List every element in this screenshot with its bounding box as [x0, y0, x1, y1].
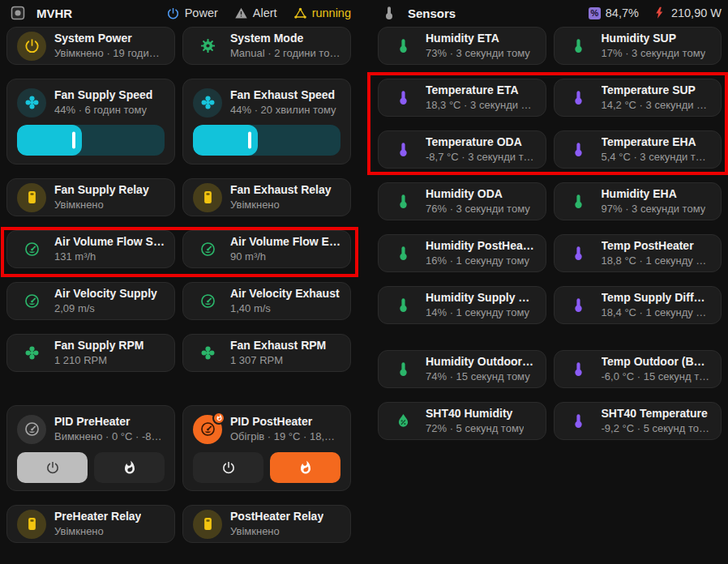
card-state: 90 m³/h: [230, 250, 340, 264]
preheater-heat-button[interactable]: [94, 452, 165, 483]
card-temp-outdoor-back[interactable]: Temp Outdoor (Back)-6,0 °C · 15 секунд т…: [554, 350, 722, 388]
card-temperature-oda[interactable]: Temperature ODA-8,7 °C · 3 секунди тому: [378, 130, 546, 169]
card-temperature-eta[interactable]: Temperature ETA18,3 °C · 3 секунди тому: [378, 79, 546, 117]
relay-icon: [193, 183, 222, 212]
card-row: PreHeater RelayУвімкненоPostHeater Relay…: [6, 505, 351, 543]
card-humidity-postheater[interactable]: Humidity PostHeater16% · 1 секунду тому: [378, 234, 546, 272]
card-state: 18,4 °C · 1 секунду тому: [602, 306, 712, 320]
card-temp-supply-diffuser[interactable]: Temp Supply Diffuser18,4 °C · 1 секунду …: [554, 286, 722, 324]
water-percent-icon: [388, 407, 418, 436]
card-row: Fan Supply RPM1 210 RPMFan Exhaust RPM1 …: [6, 334, 351, 372]
slider-handle[interactable]: [72, 132, 75, 149]
card-row: SHT40 Humidity72% · 5 секунд томуSHT40 T…: [378, 402, 722, 440]
card-humidity-oda[interactable]: Humidity ODA76% · 3 секунди тому: [378, 182, 546, 220]
card-fan-supply-rpm[interactable]: Fan Supply RPM1 210 RPM: [6, 334, 175, 372]
card-row: Humidity Supply Diff…14% · 1 секунду том…: [378, 286, 722, 324]
header-chip-alert[interactable]: Alert: [234, 6, 277, 20]
card-air-velocity-supply[interactable]: Air Velocity Supply2,09 m/s: [6, 282, 175, 320]
card-row: Temperature ETA18,3 °C · 3 секунди томуT…: [378, 79, 722, 117]
card-humidity-outdoor-back[interactable]: Humidity Outdoor (B…74% · 15 секунд тому: [378, 350, 546, 388]
card-title: Fan Supply RPM: [54, 338, 143, 353]
thermometer-icon: [564, 407, 593, 436]
card-sht40-temperature[interactable]: SHT40 Temperature-9,2 °C · 5 секунд тому: [554, 402, 722, 440]
fan-speed-slider[interactable]: [17, 125, 165, 156]
card-state: 1 307 RPM: [230, 353, 326, 368]
card-row: Humidity Outdoor (B…74% · 15 секунд тому…: [378, 350, 722, 388]
stat-value: 84,7%: [606, 6, 639, 19]
card-title: Temperature ETA: [426, 83, 536, 98]
card-fan-exhaust-rpm[interactable]: Fan Exhaust RPM1 307 RPM: [182, 334, 351, 372]
card-sht40-humidity[interactable]: SHT40 Humidity72% · 5 секунд тому: [378, 402, 546, 440]
header-chip-running[interactable]: running: [293, 6, 351, 20]
header-chip-power[interactable]: Power: [166, 6, 218, 20]
flame-icon: [122, 460, 137, 475]
mvhr-header-chips: PowerAlertrunning: [166, 6, 351, 20]
card-temperature-sup[interactable]: Temperature SUP14,2 °C · 3 секунди тому: [554, 79, 722, 117]
card-fan-supply-relay[interactable]: Fan Supply RelayУвімкнено: [6, 178, 175, 216]
power-icon: [17, 32, 46, 61]
card-humidity-eha[interactable]: Humidity EHA97% · 3 секунди тому: [554, 182, 722, 220]
mvhr-header: MVHR PowerAlertrunning: [6, 3, 351, 23]
card-system-mode[interactable]: System ModeManual · 2 години тому: [182, 27, 351, 65]
gauge-icon: [17, 287, 46, 316]
percent-icon: %: [589, 7, 601, 19]
fan-icon: [193, 88, 222, 118]
card-air-velocity-exhaust[interactable]: Air Velocity Exhaust1,40 m/s: [182, 282, 351, 320]
card-system-power[interactable]: System PowerУвімкнено · 19 годин т…: [6, 27, 175, 65]
chip-label: running: [312, 6, 351, 19]
thermometer-icon: [564, 239, 593, 268]
card-state: Увімкнено: [54, 198, 149, 212]
card-fan-supply-speed[interactable]: Fan Supply Speed44% · 6 годин тому: [6, 79, 175, 164]
card-temp-postheater[interactable]: Temp PostHeater18,8 °C · 1 секунду тому: [554, 234, 722, 272]
thermometer-icon: [388, 83, 418, 113]
card-state: 2,09 m/s: [54, 301, 157, 316]
card-row: Fan Supply RelayУвімкненоFan Exhaust Rel…: [6, 178, 351, 216]
card-humidity-eta[interactable]: Humidity ETA73% · 3 секунди тому: [378, 27, 546, 65]
card-row: Fan Supply Speed44% · 6 годин томуFan Ex…: [6, 79, 351, 164]
card-title: Fan Supply Speed: [54, 88, 165, 103]
card-postheater-relay[interactable]: PostHeater RelayУвімкнено: [182, 505, 351, 543]
slider-handle[interactable]: [248, 132, 251, 149]
card-pid-postheater[interactable]: PID PostHeaterОбігрів · 19 °C · 18,8 °C: [182, 405, 351, 491]
card-title: Air Velocity Supply: [54, 286, 157, 301]
card-preheater-relay[interactable]: PreHeater RelayУвімкнено: [6, 505, 175, 543]
chip-label: Power: [185, 6, 218, 19]
card-air-volume-flow-exhaust[interactable]: Air Volume Flow Exh…90 m³/h: [182, 230, 351, 268]
card-fan-exhaust-speed[interactable]: Fan Exhaust Speed44% · 20 хвилин тому: [182, 79, 351, 164]
alert-icon: [234, 6, 248, 20]
card-air-volume-flow-supply[interactable]: Air Volume Flow Sup…131 m³/h: [6, 230, 175, 268]
card-temperature-eha[interactable]: Temperature EHA5,4 °C · 3 секунди тому: [554, 130, 722, 169]
preheater-off-button[interactable]: [17, 452, 88, 483]
card-state: 44% · 20 хвилин тому: [230, 103, 340, 118]
card-humidity-supply-diffuser[interactable]: Humidity Supply Diff…14% · 1 секунду том…: [378, 286, 546, 324]
card-fan-exhaust-relay[interactable]: Fan Exhaust RelayУвімкнено: [182, 178, 351, 216]
card-state: 73% · 3 секунди тому: [426, 46, 530, 61]
card-title: Air Velocity Exhaust: [230, 286, 340, 301]
card-row: Temperature ODA-8,7 °C · 3 секунди томуT…: [378, 130, 722, 169]
postheater-off-button[interactable]: [193, 452, 263, 483]
vector-triangle-icon: [293, 6, 307, 20]
fan-speed-slider[interactable]: [193, 125, 340, 156]
card-state: 14% · 1 секунду тому: [426, 306, 536, 320]
card-title: Temp Outdoor (Back): [602, 354, 712, 370]
card-title: PreHeater Relay: [54, 509, 141, 524]
card-state: Увімкнено: [54, 524, 141, 539]
card-state: 18,8 °C · 1 секунду тому: [602, 254, 712, 268]
thermometer-icon: [564, 291, 593, 320]
card-row: System PowerУвімкнено · 19 годин т…Syste…: [6, 27, 351, 65]
card-pid-preheater[interactable]: PID PreHeaterВимкнено · 0 °C · -8,7 °C: [6, 405, 175, 491]
card-humidity-sup[interactable]: Humidity SUP17% · 3 секунди тому: [554, 27, 722, 65]
power-icon: [45, 460, 60, 475]
card-row: Humidity ODA76% · 3 секунди томуHumidity…: [378, 182, 722, 220]
thermometer-icon: [388, 135, 418, 164]
postheater-heat-button[interactable]: [270, 452, 340, 483]
header-stat-power-total[interactable]: 210,90 W: [653, 6, 722, 19]
card-row: Humidity PostHeater16% · 1 секунду томуT…: [378, 234, 722, 272]
fan-icon: [193, 339, 222, 368]
thermometer-icon: [564, 135, 593, 164]
thermometer-icon: [388, 187, 418, 216]
sensors-header: Sensors %84,7%210,90 W: [378, 3, 722, 23]
card-state: -6,0 °C · 15 секунд тому: [602, 370, 712, 384]
header-stat-humidity-total[interactable]: %84,7%: [589, 6, 639, 19]
relay-icon: [17, 510, 46, 539]
